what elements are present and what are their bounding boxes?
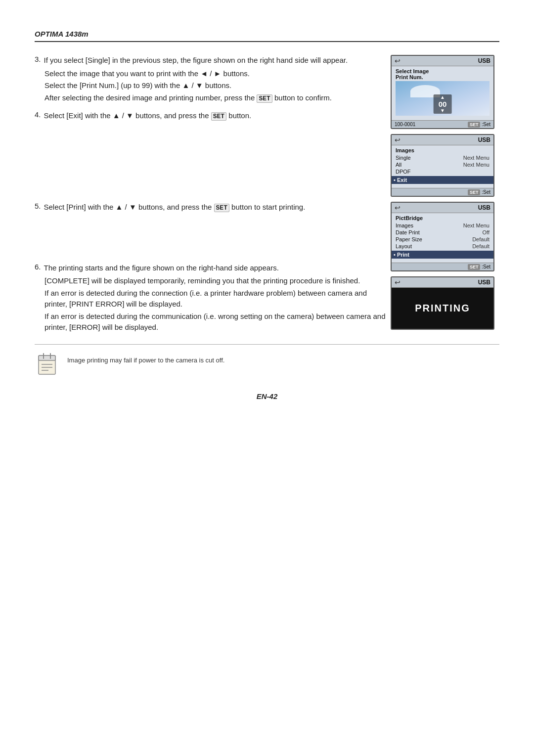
step-4-number: 4. bbox=[35, 110, 41, 119]
set-btn-1: SET :Set bbox=[468, 122, 490, 127]
note-section: Image printing may fail if power to the … bbox=[35, 344, 499, 377]
screen-2-body: Images Single Next Menu All Next Menu DP… bbox=[392, 145, 493, 188]
screen-2-footer: SET :Set bbox=[392, 188, 493, 196]
screen-3-header: ↩ USB bbox=[392, 203, 493, 213]
set-label-2: SET bbox=[468, 189, 481, 195]
step-6-sub-2: If an error is detected during the conne… bbox=[44, 288, 386, 310]
note-icon bbox=[35, 353, 59, 377]
page-number: EN-42 bbox=[35, 392, 499, 400]
arrow-up: ▲ bbox=[440, 95, 445, 100]
usb-label-2: USB bbox=[478, 136, 490, 143]
set-keyword-2: SET bbox=[211, 112, 226, 121]
step-3: 3. If you select [Single] in the previou… bbox=[35, 55, 386, 66]
step-6-text: The printing starts and the figure shown… bbox=[44, 263, 279, 274]
step-4: 4. Select [Exit] with the ▲ / ▼ buttons,… bbox=[35, 110, 386, 122]
back-icon-1: ↩ bbox=[395, 57, 400, 65]
menu-row-print: • Print bbox=[392, 251, 493, 259]
screen-4-header: ↩ USB bbox=[392, 277, 493, 288]
back-icon-2: ↩ bbox=[395, 136, 400, 144]
left-text-steps-5-6: 5. Select [Print] with the ▲ / ▼ buttons… bbox=[35, 202, 386, 334]
menu-row-layout: Layout Default bbox=[396, 243, 490, 250]
note-text: Image printing may fail if power to the … bbox=[67, 353, 224, 364]
menu-row-dpof: DPOF bbox=[396, 168, 490, 175]
camera-screen-2: ↩ USB Images Single Next Menu All Next M… bbox=[391, 134, 494, 197]
step-3-sub-3: After selecting the desired image and pr… bbox=[44, 92, 386, 104]
screen-2-header: ↩ USB bbox=[392, 135, 493, 145]
screen-2-section-title: Images bbox=[396, 147, 490, 153]
screen-3-footer: SET :Set bbox=[392, 263, 493, 270]
step-3-sub-2: Select the [Print Num.] (up to 99) with … bbox=[44, 80, 386, 91]
set-label-1: SET bbox=[468, 122, 481, 128]
set-label-3: SET bbox=[468, 264, 481, 270]
set-btn-3: SET :Set bbox=[468, 264, 490, 269]
usb-label-1: USB bbox=[478, 57, 490, 64]
menu-row-all: All Next Menu bbox=[396, 161, 490, 168]
page-title: OPTIMA 1438m bbox=[35, 30, 89, 38]
content-area: 3. If you select [Single] in the previou… bbox=[35, 55, 499, 400]
step-5-number: 5. bbox=[35, 202, 41, 210]
screen-3-body: PictBridge Images Next Menu Date Print O… bbox=[392, 213, 493, 263]
step-5-text: Select [Print] with the ▲ / ▼ buttons, a… bbox=[44, 202, 306, 213]
menu-row-papersize: Paper Size Default bbox=[396, 236, 490, 243]
step-5: 5. Select [Print] with the ▲ / ▼ buttons… bbox=[35, 202, 386, 213]
screen-1-body: Select Image Print Num. ▲ 00 ▼ bbox=[392, 66, 493, 120]
step-6: 6. The printing starts and the figure sh… bbox=[35, 263, 386, 274]
menu-row-dateprint: Date Print Off bbox=[396, 229, 490, 236]
usb-label-3: USB bbox=[478, 204, 490, 211]
arrow-down: ▼ bbox=[440, 108, 445, 113]
step-3-text: If you select [Single] in the previous s… bbox=[44, 55, 348, 66]
camera-screen-1: ↩ USB Select Image Print Num. ▲ 00 ▼ bbox=[391, 55, 494, 129]
usb-label-4: USB bbox=[478, 279, 490, 286]
sections-top: 3. If you select [Single] in the previou… bbox=[35, 55, 499, 197]
camera-screen-3: ↩ USB PictBridge Images Next Menu Date P… bbox=[391, 202, 494, 271]
svg-rect-1 bbox=[39, 356, 55, 360]
notepad-svg bbox=[35, 353, 59, 377]
back-icon-3: ↩ bbox=[395, 204, 400, 212]
print-num-box: ▲ 00 ▼ bbox=[434, 94, 452, 114]
step-3-sub-1: Select the image that you want to print … bbox=[44, 68, 386, 80]
set-keyword-1: SET bbox=[257, 94, 272, 103]
screens-col-bottom: ↩ USB PictBridge Images Next Menu Date P… bbox=[391, 202, 499, 334]
printing-screen: PRINTING bbox=[392, 288, 493, 329]
page-header: OPTIMA 1438m bbox=[35, 30, 499, 42]
camera-screen-4: ↩ USB PRINTING bbox=[391, 276, 494, 330]
screen-3-section-title: PictBridge bbox=[396, 215, 490, 221]
screens-col-top: ↩ USB Select Image Print Num. ▲ 00 ▼ bbox=[391, 55, 499, 197]
menu-row-exit: • Exit bbox=[392, 176, 493, 184]
back-icon-4: ↩ bbox=[395, 278, 400, 286]
set-keyword-3: SET bbox=[214, 204, 229, 212]
step-3-number: 3. bbox=[35, 55, 41, 63]
sections-bottom: 5. Select [Print] with the ▲ / ▼ buttons… bbox=[35, 202, 499, 334]
step-6-sub-3: If an error is detected during the commu… bbox=[44, 311, 386, 333]
step-6-sub-1: [COMPLETE] will be displayed temporarily… bbox=[44, 275, 386, 287]
step-4-text: Select [Exit] with the ▲ / ▼ buttons, an… bbox=[44, 110, 252, 122]
screen-1-section-title: Select Image Print Num. bbox=[396, 68, 490, 80]
set-btn-2: SET :Set bbox=[468, 189, 490, 195]
menu-row-single: Single Next Menu bbox=[396, 154, 490, 161]
camera-image-area: ▲ 00 ▼ bbox=[396, 81, 490, 116]
screen-1-header: ↩ USB bbox=[392, 56, 493, 66]
step-6-number: 6. bbox=[35, 263, 41, 271]
screen-1-footer: 100-0001 SET :Set bbox=[392, 120, 493, 128]
menu-row-images: Images Next Menu bbox=[396, 222, 490, 229]
left-text-steps-3-4: 3. If you select [Single] in the previou… bbox=[35, 55, 386, 197]
